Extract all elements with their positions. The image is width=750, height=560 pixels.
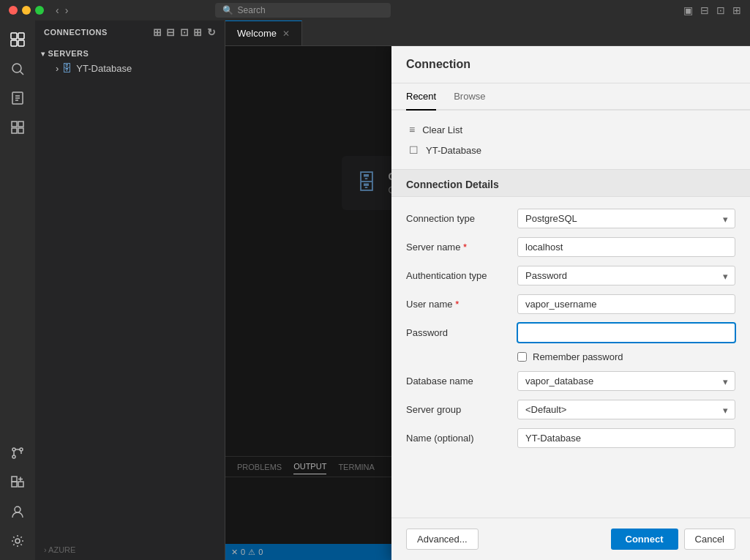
- dialog-tab-browse[interactable]: Browse: [454, 83, 485, 111]
- svg-point-16: [12, 455, 15, 458]
- main-area: Welcome ✕: [225, 20, 750, 560]
- clear-list-label: Clear List: [422, 124, 462, 135]
- disconnect-icon[interactable]: ⊡: [180, 26, 190, 38]
- connection-details-title: Connection Details: [391, 169, 750, 197]
- username-required: *: [455, 299, 459, 310]
- svg-rect-10: [12, 122, 17, 127]
- search-icon: 🔍: [222, 5, 233, 15]
- advanced-button[interactable]: Advanced...: [406, 529, 479, 550]
- nav-controls: ‹ ›: [56, 4, 68, 16]
- edit-server-icon[interactable]: ✎: [200, 63, 207, 73]
- yt-database-label: YT-Database: [426, 145, 481, 156]
- azure-section[interactable]: › AZURE: [35, 540, 225, 560]
- grid-icon[interactable]: ⊞: [732, 4, 741, 16]
- maximize-button[interactable]: [35, 6, 44, 15]
- server-name-label: Server name *: [406, 242, 509, 253]
- username-control: [517, 294, 735, 314]
- traffic-lights: [9, 6, 44, 15]
- password-label: Password: [406, 327, 509, 338]
- network-icon[interactable]: ⊞: [193, 26, 203, 38]
- cancel-button[interactable]: Cancel: [684, 529, 735, 550]
- database-name-control: vapor_database: [517, 371, 735, 391]
- db-recent-icon: ☐: [409, 144, 419, 156]
- activity-extensions-icon[interactable]: [4, 469, 31, 496]
- server-group-label: Server group: [406, 404, 509, 415]
- auth-type-control: Password Azure Active Directory Windows …: [517, 266, 735, 285]
- activity-bar: [0, 20, 35, 560]
- connections-title: CONNECTIONS: [44, 28, 108, 37]
- activity-git-icon[interactable]: [4, 440, 31, 466]
- svg-rect-19: [12, 477, 17, 482]
- delete-server-icon[interactable]: 🗑: [210, 63, 219, 73]
- activity-notebook-icon[interactable]: [4, 85, 31, 111]
- svg-point-21: [15, 539, 20, 543]
- auth-type-row: Authentication type Password Azure Activ…: [406, 266, 735, 285]
- minimize-button[interactable]: [22, 6, 31, 15]
- new-server-icon[interactable]: ⊞: [153, 26, 162, 38]
- tab-bar: Welcome ✕: [225, 20, 750, 46]
- connection-form: Connection type PostgreSQL MySQL SQLite …: [391, 197, 750, 518]
- dialog-tab-bar: Recent Browse: [391, 83, 750, 111]
- tab-welcome-label: Welcome: [237, 28, 277, 39]
- username-input[interactable]: [517, 294, 735, 314]
- server-name-control: [517, 237, 735, 257]
- sidebar: CONNECTIONS ⊞ ⊟ ⊡ ⊞ ↻ ▾ SERVERS › 🗄 YT-D: [35, 20, 225, 560]
- servers-section-header[interactable]: ▾ SERVERS: [35, 47, 225, 60]
- chevron-down-icon: ▾: [41, 50, 45, 58]
- activity-account-icon[interactable]: [4, 499, 31, 525]
- server-item-yt-database[interactable]: › 🗄 YT-Database ✎ 🗑: [35, 60, 225, 76]
- server-name-input[interactable]: [517, 237, 735, 257]
- username-row: User name *: [406, 294, 735, 314]
- svg-rect-18: [18, 482, 23, 487]
- username-label: User name *: [406, 299, 509, 310]
- name-optional-control: [517, 428, 735, 448]
- svg-rect-0: [11, 33, 17, 39]
- close-button[interactable]: [9, 6, 18, 15]
- dialog-recent-list: ≡ Clear List ☐ YT-Database: [391, 111, 750, 169]
- svg-point-4: [12, 64, 21, 72]
- nav-forward-button[interactable]: ›: [65, 4, 69, 16]
- auth-type-select[interactable]: Password Azure Active Directory Windows …: [517, 266, 735, 285]
- activity-grid-icon[interactable]: [4, 114, 31, 141]
- remember-password-checkbox[interactable]: [517, 352, 527, 362]
- server-group-row: Server group <Default>: [406, 400, 735, 419]
- activity-settings-icon[interactable]: [4, 528, 31, 554]
- dialog-title: Connection: [391, 46, 750, 83]
- activity-search-icon[interactable]: [4, 56, 31, 82]
- dialog-tab-recent[interactable]: Recent: [406, 83, 436, 111]
- nav-back-button[interactable]: ‹: [56, 4, 59, 16]
- svg-rect-12: [12, 128, 17, 133]
- database-name-row: Database name vapor_database: [406, 371, 735, 391]
- database-icon: 🗄: [61, 62, 72, 74]
- connection-type-select[interactable]: PostgreSQL MySQL SQLite MSSQL: [517, 209, 735, 228]
- server-group-control: <Default>: [517, 400, 735, 419]
- panel-icon[interactable]: ⊡: [716, 4, 725, 16]
- database-name-select[interactable]: vapor_database: [517, 371, 735, 391]
- sidebar-toggle-icon[interactable]: ▣: [683, 4, 693, 16]
- layout-icon[interactable]: ⊟: [700, 4, 709, 16]
- remember-password-label[interactable]: Remember password: [533, 351, 623, 362]
- folder-icon[interactable]: ⊟: [166, 26, 176, 38]
- svg-rect-1: [18, 33, 24, 39]
- content-area: Azure New ⌄ 🗄 Create a connectio Connect…: [225, 46, 750, 560]
- name-optional-label: Name (optional): [406, 433, 509, 444]
- name-optional-row: Name (optional): [406, 428, 735, 448]
- recent-item-yt-database[interactable]: ☐ YT-Database: [406, 140, 735, 160]
- connect-button[interactable]: Connect: [611, 529, 678, 550]
- refresh-icon[interactable]: ↻: [207, 26, 217, 38]
- recent-item-clear-list[interactable]: ≡ Clear List: [406, 119, 735, 140]
- svg-point-20: [15, 507, 20, 512]
- search-bar[interactable]: 🔍 Search: [215, 3, 391, 18]
- password-row: Password: [406, 323, 735, 343]
- activity-connections-icon[interactable]: [4, 26, 31, 53]
- tab-welcome[interactable]: Welcome ✕: [225, 20, 302, 45]
- password-input[interactable]: [517, 323, 735, 343]
- server-chevron-icon: ›: [56, 63, 59, 74]
- svg-rect-3: [18, 40, 24, 46]
- database-name-label: Database name: [406, 376, 509, 387]
- server-group-select[interactable]: <Default>: [517, 400, 735, 419]
- svg-rect-13: [18, 128, 23, 133]
- tab-close-icon[interactable]: ✕: [282, 29, 290, 39]
- name-optional-input[interactable]: [517, 428, 735, 448]
- servers-label: SERVERS: [48, 49, 89, 58]
